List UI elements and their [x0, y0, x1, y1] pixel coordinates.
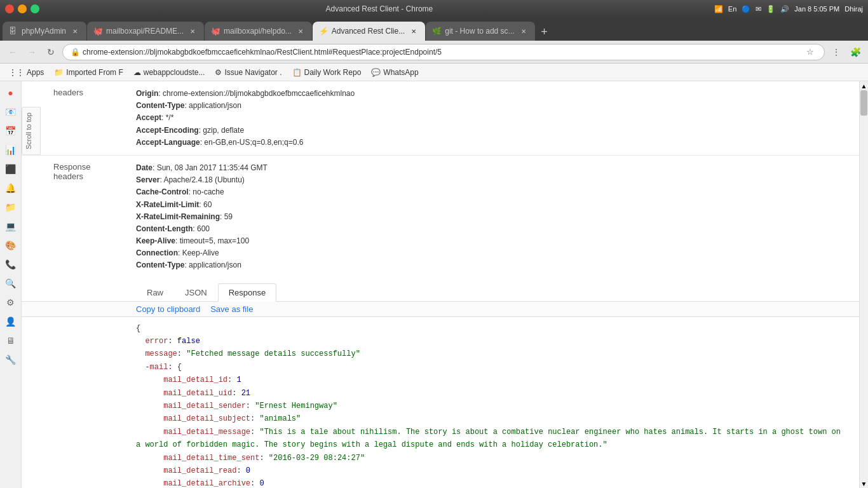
save-as-file-button[interactable]: Save as file	[210, 304, 253, 314]
tab-close-advanced-rest[interactable]: ✕	[409, 26, 419, 36]
response-headers-values: Date: Sun, 08 Jan 2017 11:35:44 GMT Serv…	[136, 161, 849, 273]
forward-button[interactable]: →	[24, 44, 39, 60]
bookmark-star-icon[interactable]: ☆	[804, 46, 817, 58]
tab-advanced-rest[interactable]: ⚡ Advanced Rest Clie... ✕	[313, 22, 425, 41]
maximize-button[interactable]	[31, 4, 39, 13]
tab-close-git-how[interactable]: ✕	[519, 26, 529, 36]
sidebar: ● 📧 📅 📊 ⬛ 🔔 📁 💻 🎨 📞 🔍 ⚙ 👤 🖥 🔧	[0, 81, 22, 488]
new-tab-button[interactable]: +	[536, 23, 553, 41]
mail-icon: ✉	[756, 5, 761, 13]
req-header-accept-encoding: Accept-Encoding: gzip, deflate	[136, 125, 849, 137]
scroll-down-arrow[interactable]: ▼	[860, 479, 868, 488]
titlebar: Advanced Rest Client - Chrome 📶 En 🔵 ✉ 🔋…	[0, 0, 868, 18]
scroll-up-arrow[interactable]: ▲	[860, 81, 868, 90]
sidebar-icon-9[interactable]: 🎨	[2, 236, 20, 254]
bookmark-issue-nav[interactable]: ⚙ Issue Navigator .	[211, 67, 285, 78]
bookmark-imported[interactable]: 📁 Imported From F	[50, 67, 126, 78]
tab-response[interactable]: Response	[218, 283, 277, 302]
sidebar-icon-13[interactable]: 👤	[2, 313, 20, 330]
window-title: Advanced Rest Client - Chrome	[44, 4, 714, 13]
sidebar-icon-12[interactable]: ⚙	[2, 294, 20, 311]
tab-title-mailboxapi-helpdo: mailboxapi/helpdo...	[224, 27, 292, 36]
response-headers-row: Responseheaders Date: Sun, 08 Jan 2017 1…	[53, 161, 849, 273]
request-headers-label: headers	[53, 86, 136, 150]
resp-header-rate-limit: X-RateLimit-Limit: 60	[136, 199, 849, 211]
tab-json[interactable]: JSON	[174, 283, 218, 302]
sidebar-icon-7[interactable]: 📁	[2, 198, 20, 216]
copy-to-clipboard-button[interactable]: Copy to clipboard	[136, 304, 200, 314]
extensions-icon[interactable]: 🧩	[848, 44, 863, 60]
scroll-to-top-button[interactable]: Scroll to top	[22, 107, 41, 155]
bookmark-apps[interactable]: ⋮⋮ Apps	[5, 67, 48, 78]
address-input-container[interactable]: 🔒 chrome-extension://bljmokabgbdkoefbmcc…	[62, 44, 825, 60]
volume-icon: 🔊	[780, 5, 789, 13]
request-headers-row: headers Origin: chrome-extension://bljmo…	[53, 86, 849, 150]
tab-phpmyadmin[interactable]: 🗄 phpMyAdmin ✕	[3, 22, 86, 41]
response-headers-label: Responseheaders	[53, 161, 136, 273]
tab-raw[interactable]: Raw	[136, 283, 174, 302]
bookmark-whatsapp-label: WhatsApp	[383, 68, 418, 77]
tab-favicon-phpmyadmin: 🗄	[9, 27, 18, 36]
daily-work-icon: 📋	[292, 68, 302, 77]
browser-body: ● 📧 📅 📊 ⬛ 🔔 📁 💻 🎨 📞 🔍 ⚙ 👤 🖥 🔧 Scroll to …	[0, 81, 868, 488]
bookmark-webapp[interactable]: ☁ webappcloudste...	[130, 67, 209, 78]
sidebar-icon-5[interactable]: ⬛	[2, 160, 20, 178]
vertical-scrollbar[interactable]: ▲ ▼	[859, 81, 868, 488]
rest-client-content[interactable]: Scroll to top headers Origin: chrome-ext…	[22, 81, 859, 488]
folder-icon: 📁	[54, 68, 64, 77]
tab-git-how[interactable]: 🌿 git - How to add sc... ✕	[426, 22, 534, 41]
tab-title-git-how: git - How to add sc...	[445, 27, 514, 36]
address-url: chrome-extension://bljmokabgbdkoefbmccae…	[83, 48, 804, 57]
sidebar-icon-6[interactable]: 🔔	[2, 179, 20, 197]
tab-close-mailboxapi-helpdo[interactable]: ✕	[295, 26, 306, 36]
tab-title-phpmyadmin: phpMyAdmin	[22, 27, 66, 36]
sidebar-icon-1[interactable]: ●	[2, 84, 20, 102]
sidebar-icon-14[interactable]: 🖥	[2, 332, 20, 349]
request-headers-table: headers Origin: chrome-extension://bljmo…	[53, 86, 849, 150]
resp-header-content-type: Content-Type: application/json	[136, 259, 849, 271]
sidebar-icon-3[interactable]: 📅	[2, 122, 20, 140]
issue-nav-icon: ⚙	[215, 68, 222, 77]
window-controls[interactable]	[5, 4, 39, 13]
sidebar-icon-4[interactable]: 📊	[2, 141, 20, 159]
response-tab-bar: Raw JSON Response	[22, 283, 859, 302]
bookmark-daily-work-label: Daily Work Repo	[304, 68, 362, 77]
whatsapp-icon: 💬	[371, 68, 381, 77]
req-header-accept: Accept: */*	[136, 112, 849, 124]
bookmarks-bar: ⋮⋮ Apps 📁 Imported From F ☁ webappclouds…	[0, 64, 868, 81]
req-header-origin: Origin: chrome-extension://bljmokabgbdko…	[136, 88, 849, 100]
titlebar-right: 📶 En 🔵 ✉ 🔋 🔊 Jan 8 5:05 PM Dhiraj	[714, 5, 863, 13]
tab-mailboxapi-readme[interactable]: 🐙 mailboxapi/README... ✕	[87, 22, 204, 41]
minimize-button[interactable]	[18, 4, 27, 13]
bookmark-whatsapp[interactable]: 💬 WhatsApp	[367, 67, 422, 78]
tab-close-mailboxapi-readme[interactable]: ✕	[187, 26, 198, 36]
tab-favicon-git-how: 🌿	[432, 27, 441, 36]
close-button[interactable]	[5, 4, 14, 13]
reload-button[interactable]: ↻	[43, 44, 58, 60]
tab-favicon-mailboxapi-helpdo: 🐙	[211, 27, 220, 36]
tab-close-phpmyadmin[interactable]: ✕	[70, 26, 80, 36]
resp-header-connection: Connection: Keep-Alive	[136, 247, 849, 259]
response-headers-table: Responseheaders Date: Sun, 08 Jan 2017 1…	[53, 161, 849, 273]
back-button[interactable]: ←	[5, 44, 20, 60]
sidebar-icon-8[interactable]: 💻	[2, 217, 20, 235]
settings-icon[interactable]: ⋮	[829, 44, 844, 60]
bookmark-webapp-label: webappcloudste...	[144, 68, 205, 77]
bookmark-daily-work[interactable]: 📋 Daily Work Repo	[288, 67, 365, 78]
tab-title-advanced-rest: Advanced Rest Clie...	[332, 27, 405, 36]
bluetooth-icon: 🔵	[742, 5, 750, 13]
scroll-thumb[interactable]	[860, 90, 867, 116]
request-headers-values: Origin: chrome-extension://bljmokabgbdko…	[136, 86, 849, 150]
sidebar-icon-15[interactable]: 🔧	[2, 351, 20, 369]
apps-icon: ⋮⋮	[9, 68, 24, 77]
scroll-track[interactable]	[860, 90, 868, 479]
cloud-icon: ☁	[133, 68, 141, 77]
bookmark-issue-nav-label: Issue Navigator .	[224, 68, 281, 77]
resp-header-rate-remaining: X-RateLimit-Remaining: 59	[136, 211, 849, 223]
request-headers-section: headers Origin: chrome-extension://bljmo…	[22, 81, 859, 155]
sidebar-icon-2[interactable]: 📧	[2, 103, 20, 121]
bookmark-imported-label: Imported From F	[66, 68, 123, 77]
sidebar-icon-11[interactable]: 🔍	[2, 274, 20, 292]
tab-mailboxapi-helpdo[interactable]: 🐙 mailboxapi/helpdo... ✕	[205, 22, 312, 41]
sidebar-icon-10[interactable]: 📞	[2, 255, 20, 273]
